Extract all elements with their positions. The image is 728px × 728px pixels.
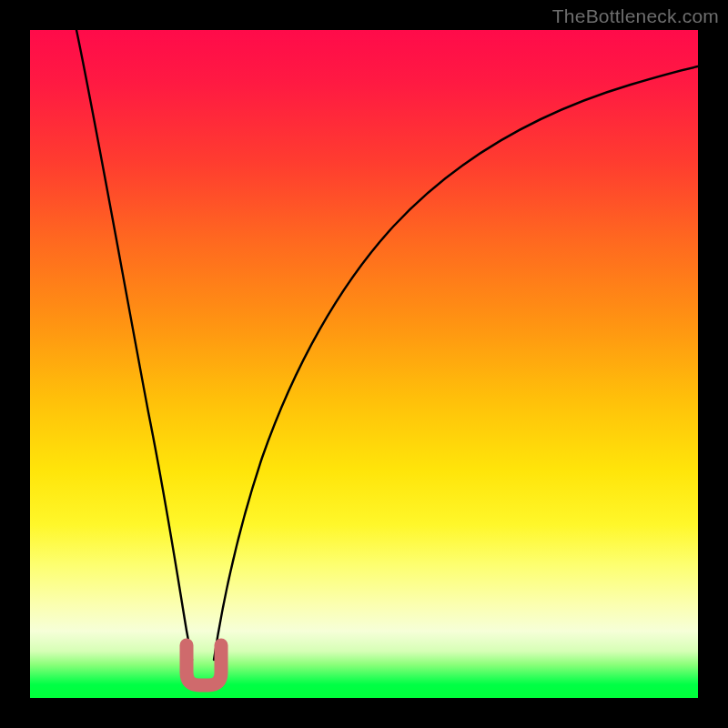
plot-area — [30, 30, 698, 698]
watermark-text: TheBottleneck.com — [552, 5, 719, 27]
trough-marker — [187, 645, 221, 685]
chart-frame: TheBottleneck.com — [0, 0, 728, 728]
bottleneck-curve — [30, 30, 698, 698]
curve-right-branch — [214, 66, 698, 660]
curve-left-branch — [76, 30, 192, 660]
